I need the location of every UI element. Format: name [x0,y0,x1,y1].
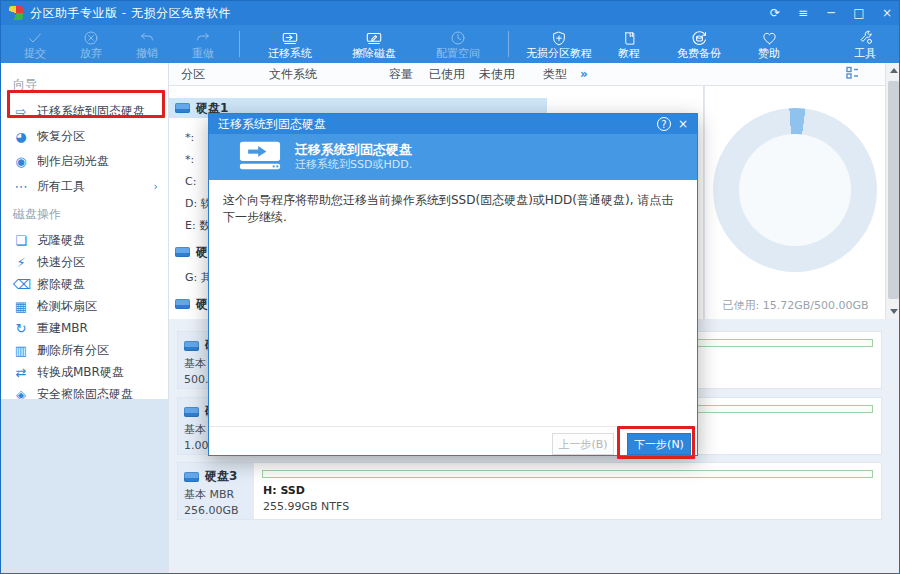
toolbar-separator [508,31,509,57]
dialog-title: 迁移系统到固态硬盘 [218,116,326,133]
annotation-box-next-button [617,426,695,459]
hdd-icon [184,407,199,417]
scroll-up-icon[interactable] [886,63,900,78]
sidebar-item-wipe-disk[interactable]: ⌫ 擦除硬盘 [1,273,168,295]
column-type[interactable]: 类型 [515,66,567,83]
dialog-header-title: 迁移系统到固态硬盘 [295,142,412,158]
scrollbar-thumb[interactable] [888,81,899,299]
rebuild-mbr-icon: ↻ [13,321,29,336]
minimize-button[interactable]: ─ [817,1,845,25]
maximize-button[interactable]: □ [845,1,873,25]
quick-partition-icon: ⚡ [13,255,29,270]
toolbar-tutorial-button[interactable]: 教程 [601,25,657,63]
commit-icon [27,30,43,47]
refresh-icon[interactable]: ⟳ [761,1,789,25]
toolbar-migrate-os-button[interactable]: 迁移系统 [248,25,332,63]
column-filesystem[interactable]: 文件系统 [269,66,355,83]
dialog-header: 迁移系统到固态硬盘 迁移系统到SSD或HDD. [209,134,697,180]
hdd-icon [184,341,199,351]
migrate-disk-icon [239,140,281,175]
toolbar-undo-button[interactable]: 撤销 [119,25,175,63]
window-controls: ⟳ ≡ ─ □ × [761,1,900,25]
sidebar-section-disk-operations: 磁盘操作 [1,199,168,229]
allocate-space-icon [450,30,466,47]
delete-all-partitions-icon: ▥ [13,343,29,358]
sidebar-item-clone-disk[interactable]: ❏ 克隆硬盘 [1,229,168,251]
sidebar-item-quick-partition[interactable]: ⚡ 快速分区 [1,251,168,273]
disk-block-3[interactable]: 硬盘3 基本 MBR 256.00GB H: SSD 255.99GB NTFS [177,462,882,520]
migrate-os-dialog: 迁移系统到固态硬盘 ? × 迁移系统到固态硬盘 迁移系统到SSD或HDD. [208,113,698,456]
migrate-os-icon [280,30,300,47]
usage-donut [713,108,877,272]
back-button[interactable]: 上一步(B) [552,433,614,455]
clone-disk-icon: ❏ [13,233,29,248]
dialog-header-subtitle: 迁移系统到SSD或HDD. [295,158,412,172]
sidebar-item-recover-partition[interactable]: ◕ 恢复分区 [1,124,168,149]
wipe-disk-icon: ⌫ [13,277,29,292]
toolbar-wipe-disk-button[interactable]: 擦除磁盘 [332,25,416,63]
menu-icon[interactable]: ≡ [789,1,817,25]
toolbar-discard-button[interactable]: 放弃 [63,25,119,63]
sidebar-item-check-bad-sectors[interactable]: ▦ 检测坏扇区 [1,295,168,317]
tutorial-icon [622,30,637,47]
toolbar-commit-button[interactable]: 提交 [7,25,63,63]
annotation-box-sidebar-item [7,90,165,118]
toolbar-separator [239,31,240,57]
wipe-disk-icon [364,30,384,47]
usage-label: 已使用: 15.72GB/500.00GB [705,298,886,313]
discard-icon [83,30,99,47]
sidebar-item-all-tools[interactable]: ⋯ 所有工具 › [1,174,168,199]
all-tools-icon: ⋯ [13,179,29,194]
hdd-icon [175,103,190,113]
toolbar-donate-button[interactable]: 赞助 [741,25,797,63]
close-button[interactable]: × [873,1,900,25]
sidebar-item-rebuild-mbr[interactable]: ↻ 重建MBR [1,317,168,339]
toolbar-tools-button[interactable]: 工具 [837,25,893,63]
sidebar-filler [1,399,169,574]
recover-partition-icon: ◕ [13,129,29,144]
convert-to-mbr-icon: ⇄ [13,365,29,380]
toolbar-spacer [797,25,837,63]
titlebar: 分区助手专业版 - 无损分区免费软件 ⟳ ≡ ─ □ × [1,1,900,25]
chevron-right-icon: › [154,180,158,193]
column-unused[interactable]: 未使用 [465,66,515,83]
column-capacity[interactable]: 容量 [355,66,413,83]
disk-card: 硬盘3 基本 MBR 256.00GB [178,463,254,519]
vertical-scrollbar[interactable] [885,63,900,319]
redo-icon [194,30,212,47]
toolbar-allocate-space-button[interactable]: 配置空间 [416,25,500,63]
app-window: 分区助手专业版 - 无损分区免费软件 ⟳ ≡ ─ □ × 提交 放弃 撤销 重做 [0,0,900,574]
window-title: 分区助手专业版 - 无损分区免费软件 [30,5,231,22]
sidebar-item-convert-to-mbr[interactable]: ⇄ 转换成MBR硬盘 [1,361,168,383]
free-backup-icon [691,30,708,47]
help-icon[interactable]: ? [657,117,671,131]
more-columns-icon[interactable]: » [567,67,601,81]
view-layout-icon[interactable] [846,66,859,82]
sidebar-item-delete-all-partitions[interactable]: ▥ 删除所有分区 [1,339,168,361]
hdd-icon [184,472,199,482]
toolbar-redo-button[interactable]: 重做 [175,25,231,63]
check-bad-sectors-icon: ▦ [13,299,29,314]
dialog-titlebar: 迁移系统到固态硬盘 ? × [209,114,697,134]
sidebar-item-make-bootable-media[interactable]: ◉ 制作启动光盘 [1,149,168,174]
scroll-down-icon[interactable] [886,304,900,319]
bootable-media-icon: ◉ [13,154,29,169]
dialog-body-text: 这个向导程序将帮助您迁移当前操作系统到SSD(固态硬盘)或HDD(普通硬盘), … [223,192,685,226]
usage-panel: 已使用: 15.72GB/500.00GB [704,86,885,319]
toolbar-partition-tutorial-button[interactable]: 无损分区教程 [517,25,601,63]
hdd-icon [175,299,190,309]
partition-bar[interactable] [262,470,873,478]
hdd-icon [175,247,190,257]
toolbar: 提交 放弃 撤销 重做 迁移系统 擦除磁盘 配置空间 无损 [1,25,900,63]
heart-icon [761,30,778,47]
table-header: 分区 文件系统 容量 已使用 未使用 类型 » [169,63,885,86]
partition-tutorial-icon [551,30,567,47]
column-used[interactable]: 已使用 [413,66,465,83]
dialog-close-icon[interactable]: × [675,117,691,131]
wrench-icon [857,30,874,47]
app-logo-icon [9,6,23,20]
partition-bar-area[interactable]: H: SSD 255.99GB NTFS [254,463,881,519]
undo-icon [138,30,156,47]
toolbar-free-backup-button[interactable]: 免费备份 [657,25,741,63]
column-partition[interactable]: 分区 [169,66,269,83]
